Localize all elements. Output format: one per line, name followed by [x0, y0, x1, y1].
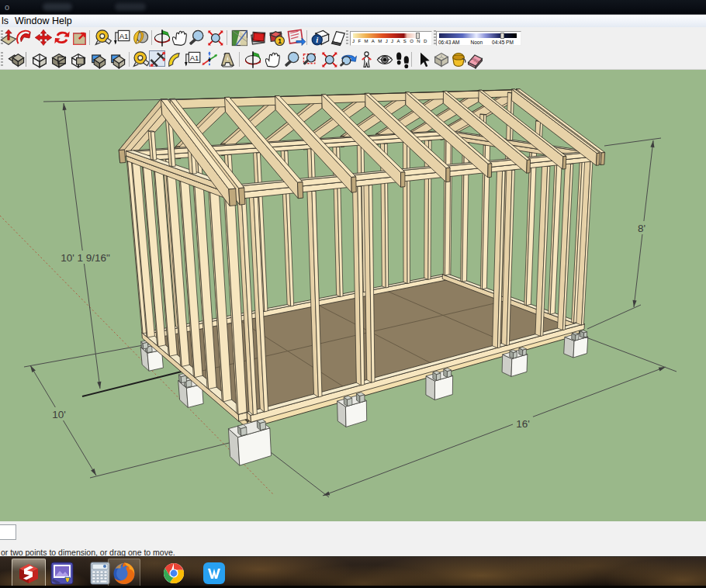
svg-text:i: i [316, 35, 318, 44]
svg-text:10': 10' [52, 409, 66, 420]
svg-text:16': 16' [516, 418, 530, 430]
svg-text:10' 1 9/16": 10' 1 9/16" [61, 252, 110, 264]
svg-text:8': 8' [638, 223, 645, 234]
svg-text:A1: A1 [190, 54, 199, 62]
svg-text:1: 1 [278, 37, 282, 45]
svg-text:A1: A1 [119, 32, 129, 40]
